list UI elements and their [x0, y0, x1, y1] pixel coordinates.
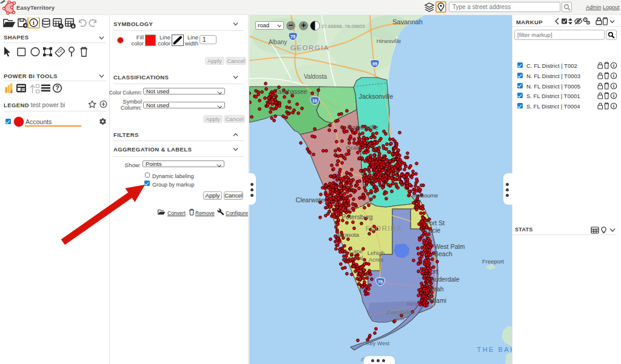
- svg-text:THE BAH: THE BAH: [477, 346, 512, 353]
- svg-text:Lucie: Lucie: [425, 227, 440, 234]
- svg-text:FLORIDA: FLORIDA: [366, 225, 402, 232]
- svg-text:Gainesville: Gainesville: [347, 124, 378, 131]
- svg-text:10: 10: [312, 99, 317, 103]
- svg-text:Key West: Key West: [366, 340, 390, 346]
- svg-text:Freeport: Freeport: [482, 258, 504, 265]
- svg-text:West Palm: West Palm: [434, 243, 465, 250]
- svg-text:Lauderdale: Lauderdale: [428, 276, 460, 283]
- svg-text:Everglades: Everglades: [386, 309, 414, 316]
- svg-text:Cape: Cape: [349, 248, 363, 254]
- svg-text:Hinesville: Hinesville: [377, 38, 401, 44]
- svg-text:75: 75: [378, 280, 383, 284]
- svg-text:aleah: aleah: [428, 285, 444, 293]
- svg-text:Petersburg: Petersburg: [341, 213, 373, 220]
- svg-text:GEORGIA: GEORGIA: [290, 44, 329, 51]
- svg-text:ort: ort: [431, 268, 438, 275]
- svg-text:Jacksonville: Jacksonville: [359, 93, 394, 100]
- svg-text:Clearwater: Clearwater: [296, 196, 327, 204]
- svg-text:i: i: [33, 19, 35, 26]
- svg-text:Kend: Kend: [407, 301, 419, 307]
- svg-text:Ocala: Ocala: [346, 144, 362, 151]
- svg-text:Port St: Port St: [425, 219, 445, 227]
- svg-text:Albany: Albany: [269, 39, 287, 45]
- svg-text:95: 95: [372, 62, 377, 66]
- svg-text:Melbourne: Melbourne: [412, 193, 438, 199]
- svg-text:Tallahassee: Tallahassee: [275, 88, 307, 95]
- svg-text:Savannah: Savannah: [392, 18, 423, 25]
- svg-text:?: ?: [55, 84, 59, 91]
- svg-text:Lehigh: Lehigh: [368, 250, 385, 256]
- svg-text:75: 75: [290, 35, 295, 39]
- svg-text:Miami: Miami: [429, 297, 446, 304]
- svg-text:Valdosta: Valdosta: [304, 73, 327, 80]
- svg-text:Coral: Coral: [349, 254, 363, 261]
- svg-text:N.P.: N.P.: [395, 316, 405, 322]
- svg-text:Acres: Acres: [369, 256, 384, 263]
- svg-text:Sarasota: Sarasota: [336, 231, 360, 238]
- svg-text:Beach: Beach: [434, 250, 452, 257]
